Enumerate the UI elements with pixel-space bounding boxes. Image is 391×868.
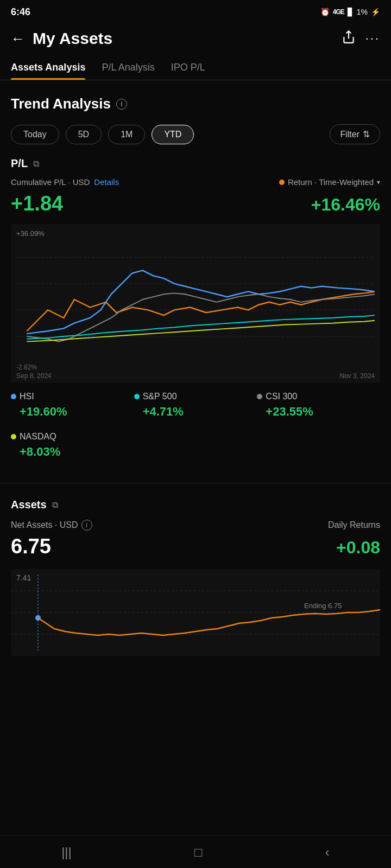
- chart-top-label: +36.09%: [16, 229, 375, 238]
- chart-bottom-row: -2.82%: [16, 363, 375, 371]
- pl-pct-value: +16.46%: [311, 195, 380, 215]
- bottom-spacer: [0, 656, 391, 699]
- net-assets-row: Net Assets · USD i Daily Returns: [11, 520, 380, 531]
- nav-bar: ||| □ ‹: [0, 835, 391, 868]
- chart-date-end: Nov 3, 2024: [339, 372, 375, 380]
- hsi-value: +19.60%: [11, 405, 134, 419]
- sp500-dot: [134, 394, 140, 399]
- trend-analysis-section: Trend Analysis i Today 5D 1M YTD Filter …: [0, 80, 391, 470]
- header-left: ← My Assets: [11, 29, 112, 48]
- tab-bar: Assets Analysis P/L Analysis IPO P/L: [0, 56, 391, 80]
- nasdaq-dot: [11, 434, 16, 439]
- trend-chart: +36.09% -2.82%: [11, 224, 380, 383]
- daily-returns-label: Daily Returns: [328, 520, 380, 530]
- status-icons: ⏰ 4GE ▊ 1% ⚡: [320, 8, 380, 16]
- tab-pl-analysis[interactable]: P/L Analysis: [102, 56, 154, 80]
- signal-icon: ▊: [348, 8, 354, 16]
- details-link[interactable]: Details: [94, 177, 119, 187]
- csi300-value: +23.55%: [257, 405, 380, 419]
- return-dot: [279, 180, 285, 185]
- pl-values-row: +1.84 +16.46%: [11, 192, 380, 215]
- csi300-dot: [257, 394, 262, 399]
- daily-returns-value: +0.08: [336, 538, 380, 558]
- indices-grid: HSI +19.60% S&P 500 +4.71% CSI 300 +23.5…: [11, 392, 380, 419]
- net-assets-label: Net Assets · USD i: [11, 520, 92, 531]
- hsi-dot: [11, 394, 16, 399]
- page-title: My Assets: [33, 29, 112, 48]
- tab-ipo-pl[interactable]: IPO P/L: [171, 56, 205, 80]
- status-bar: 6:46 ⏰ 4GE ▊ 1% ⚡: [0, 0, 391, 24]
- period-ytd[interactable]: YTD: [152, 125, 194, 144]
- network-icon: 4GE: [333, 8, 344, 16]
- header-right: ···: [342, 30, 380, 47]
- return-chevron[interactable]: ▾: [377, 178, 380, 186]
- svg-text:Ending 6.75: Ending 6.75: [304, 602, 342, 610]
- assets-section: Assets ⧉ Net Assets · USD i Daily Return…: [0, 483, 391, 656]
- tab-assets-analysis[interactable]: Assets Analysis: [11, 56, 85, 80]
- charging-icon: ⚡: [371, 8, 380, 16]
- share-icon[interactable]: [342, 30, 356, 47]
- period-row: Today 5D 1M YTD Filter ⇅: [11, 124, 380, 144]
- period-1m[interactable]: 1M: [108, 125, 145, 144]
- period-5d[interactable]: 5D: [66, 125, 102, 144]
- assets-chart: 7.41 Ending 6.75: [11, 569, 380, 656]
- pl-subleft: Cumulative P/L · USD Details: [11, 177, 119, 187]
- trend-chart-svg: [16, 240, 375, 359]
- assets-values-row: 6.75 +0.08: [11, 535, 380, 558]
- index-hsi: HSI +19.60%: [11, 392, 134, 419]
- pl-subrow: Cumulative P/L · USD Details Return · Ti…: [11, 177, 380, 187]
- app-header: ← My Assets ···: [0, 24, 391, 56]
- index-csi300: CSI 300 +23.55%: [257, 392, 380, 419]
- trend-analysis-title: Trend Analysis i: [11, 95, 380, 112]
- index-sp500: S&P 500 +4.71%: [134, 392, 257, 419]
- assets-header: Assets ⧉: [11, 499, 380, 511]
- pl-section: P/L ⧉ Cumulative P/L · USD Details Retur…: [11, 157, 380, 470]
- chart-date-row: Sep 8, 2024 Nov 3, 2024: [16, 372, 375, 380]
- period-today[interactable]: Today: [11, 125, 59, 144]
- pl-header: P/L ⧉: [11, 157, 380, 170]
- more-icon[interactable]: ···: [365, 31, 380, 46]
- filter-icon: ⇅: [363, 129, 370, 139]
- filter-button[interactable]: Filter ⇅: [330, 124, 380, 144]
- nav-back-icon[interactable]: ‹: [309, 839, 346, 865]
- status-time: 6:46: [11, 7, 30, 18]
- nasdaq-value: +8.03%: [11, 445, 380, 459]
- net-assets-value: 6.75: [11, 535, 51, 558]
- battery-icon: 1%: [357, 8, 368, 16]
- chart-neg-label: -2.82%: [16, 363, 37, 371]
- alarm-icon: ⏰: [320, 8, 330, 16]
- assets-copy-icon[interactable]: ⧉: [52, 500, 58, 510]
- nav-menu-icon[interactable]: |||: [45, 839, 88, 865]
- net-assets-info-icon[interactable]: i: [81, 520, 92, 531]
- nav-home-icon[interactable]: □: [178, 839, 219, 865]
- back-button[interactable]: ←: [11, 30, 25, 47]
- index-nasdaq: NASDAQ +8.03%: [11, 432, 380, 470]
- assets-chart-svg: Ending 6.75: [11, 569, 380, 656]
- sp500-value: +4.71%: [134, 405, 257, 419]
- pl-subright: Return · Time-Weighted ▾: [279, 177, 380, 187]
- pl-copy-icon[interactable]: ⧉: [33, 159, 39, 169]
- chart-date-start: Sep 8, 2024: [16, 372, 52, 380]
- pl-main-value: +1.84: [11, 192, 63, 215]
- trend-info-icon[interactable]: i: [116, 99, 127, 110]
- assets-chart-top-label: 7.41: [16, 573, 31, 582]
